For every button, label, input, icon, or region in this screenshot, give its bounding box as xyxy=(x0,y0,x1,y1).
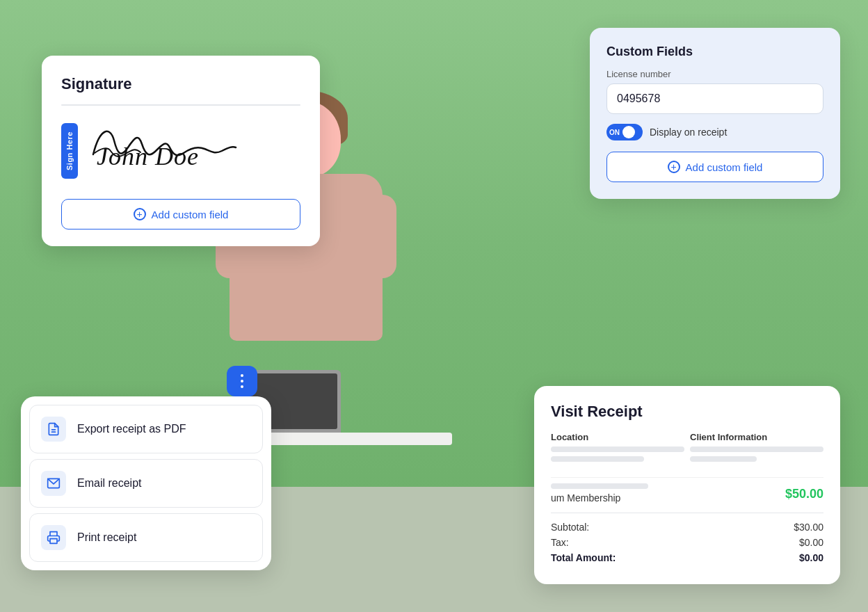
client-info-label: Client Information xyxy=(690,432,823,442)
receipt-columns: Location Client Information xyxy=(551,432,823,466)
subtotal-value: $30.00 xyxy=(794,522,823,533)
sign-here-tab[interactable]: Sign Here xyxy=(61,123,78,179)
signature-image: John Doe xyxy=(86,120,300,182)
receipt-subtotals: Subtotal: $30.00 Tax: $0.00 Total Amount… xyxy=(551,513,823,563)
receipt-card: Visit Receipt Location Client Informatio… xyxy=(534,386,840,584)
more-options-button[interactable] xyxy=(227,366,257,396)
toggle-on-label: ON xyxy=(609,129,620,136)
email-icon xyxy=(47,476,61,490)
export-pdf-icon-wrap xyxy=(41,417,66,442)
export-pdf-item[interactable]: Export receipt as PDF xyxy=(29,405,263,453)
tax-label: Tax: xyxy=(551,537,569,548)
total-row: Total Amount: $0.00 xyxy=(551,552,823,563)
location-column: Location xyxy=(551,432,684,466)
membership-price: $50.00 xyxy=(785,487,823,501)
location-line-2 xyxy=(551,456,644,462)
display-on-receipt-toggle[interactable]: ON xyxy=(606,124,643,140)
signature-title: Signature xyxy=(61,75,300,93)
location-line-1 xyxy=(551,446,684,452)
add-custom-field-button-signature[interactable]: + Add custom field xyxy=(61,199,300,230)
client-info-column: Client Information xyxy=(690,432,823,466)
email-receipt-label: Email receipt xyxy=(77,477,141,490)
print-receipt-label: Print receipt xyxy=(77,531,136,544)
subtotal-label: Subtotal: xyxy=(551,522,589,533)
email-icon-wrap xyxy=(41,471,66,496)
subtotal-row: Subtotal: $30.00 xyxy=(551,522,823,533)
signature-card: Signature Sign Here John Doe + Add custo… xyxy=(42,56,320,246)
add-custom-field-label-fields: Add custom field xyxy=(686,161,763,173)
signature-svg: John Doe xyxy=(86,120,239,175)
dot-2 xyxy=(241,380,243,382)
dot-1 xyxy=(241,374,243,377)
plus-circle-icon: + xyxy=(134,208,146,220)
tax-value: $0.00 xyxy=(799,537,823,548)
membership-label: um Membership xyxy=(551,492,620,504)
pdf-icon xyxy=(47,422,61,436)
dot-3 xyxy=(241,385,243,388)
actions-card: Export receipt as PDF Email receipt Prin… xyxy=(21,396,271,570)
print-receipt-item[interactable]: Print receipt xyxy=(29,513,263,562)
location-label: Location xyxy=(551,432,684,442)
client-line-2 xyxy=(690,456,757,462)
membership-info: um Membership xyxy=(551,483,648,504)
svg-text:John Doe: John Doe xyxy=(97,143,199,170)
license-number-input[interactable] xyxy=(606,83,823,114)
signature-divider xyxy=(61,104,300,106)
display-on-receipt-row: ON Display on receipt xyxy=(606,124,823,140)
license-field-label: License number xyxy=(606,69,823,79)
add-custom-field-label-signature: Add custom field xyxy=(152,209,229,220)
add-custom-field-button-fields[interactable]: + Add custom field xyxy=(606,152,823,182)
export-pdf-label: Export receipt as PDF xyxy=(77,423,186,435)
signature-area: Sign Here John Doe xyxy=(61,120,300,182)
tax-row: Tax: $0.00 xyxy=(551,537,823,548)
email-receipt-item[interactable]: Email receipt xyxy=(29,459,263,508)
receipt-title: Visit Receipt xyxy=(551,403,823,421)
custom-fields-card: Custom Fields License number ON Display … xyxy=(590,28,840,199)
membership-name-line xyxy=(551,483,648,489)
toggle-knob xyxy=(622,126,635,138)
membership-row: um Membership $50.00 xyxy=(551,477,823,504)
print-icon xyxy=(47,531,61,545)
custom-fields-title: Custom Fields xyxy=(606,45,823,59)
client-line-1 xyxy=(690,446,823,452)
print-icon-wrap xyxy=(41,525,66,550)
plus-circle-icon-2: + xyxy=(668,161,680,173)
display-on-receipt-label: Display on receipt xyxy=(650,127,727,138)
svg-rect-4 xyxy=(50,539,57,544)
total-value: $0.00 xyxy=(799,552,823,563)
total-label: Total Amount: xyxy=(551,552,616,563)
